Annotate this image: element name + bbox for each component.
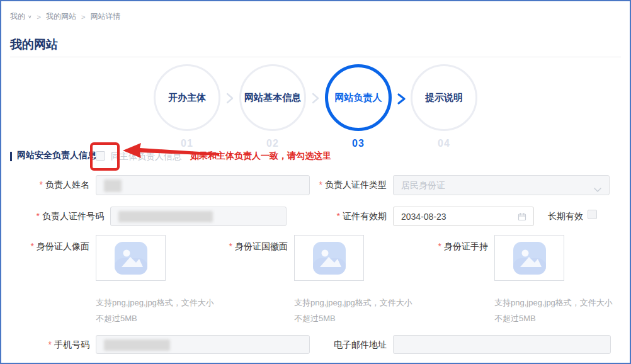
email-input [393, 335, 611, 354]
step-circle: 网站基本信息 [239, 64, 306, 131]
step-label: 开办主体 [168, 93, 206, 103]
section-accent-bar [10, 152, 12, 161]
cert-number-label: *负责人证件号码 [9, 211, 104, 222]
redacted-name-value [104, 179, 122, 192]
required-marker: * [37, 211, 40, 221]
phone-label: *手机号码 [1, 339, 89, 351]
redacted-phone-value [104, 339, 170, 351]
step-arrow-icon-active [392, 93, 411, 105]
page: 我的 ∨ > 我的网站 > 网站详情 我的网站 开办主体 01 网站基本信息 0… [0, 0, 631, 364]
annotation-arrow-icon [122, 142, 220, 159]
breadcrumb-item-website-detail: 网站详情 [90, 11, 120, 22]
id-back-upload[interactable] [294, 235, 364, 281]
required-marker: * [40, 179, 43, 190]
cert-type-value: 居民身份证 [401, 180, 445, 191]
step-circle: 网站负责人 [325, 64, 392, 131]
annotation-highlight-box [90, 142, 120, 171]
step-site-basic-info: 网站基本信息 02 [239, 64, 306, 149]
required-marker: * [48, 339, 52, 350]
email-label: 电子邮件地址 [292, 339, 387, 351]
image-placeholder-icon [114, 241, 148, 275]
breadcrumb: 我的 ∨ > 我的网站 > 网站详情 [10, 11, 120, 22]
expiry-date-input[interactable]: 2034-08-23 [393, 207, 534, 226]
phone-input [96, 335, 310, 354]
title-divider [10, 57, 621, 57]
image-placeholder-icon [513, 241, 547, 275]
expiry-label: *证件有效期 [292, 211, 387, 222]
breadcrumb-separator: > [37, 13, 41, 21]
required-marker: * [229, 241, 232, 251]
expiry-date-value: 2034-08-23 [401, 212, 446, 222]
id-handheld-upload[interactable] [494, 235, 564, 281]
calendar-icon[interactable] [518, 212, 526, 224]
required-marker: * [438, 241, 441, 251]
image-placeholder-icon [312, 241, 346, 275]
step-label: 网站负责人 [335, 93, 382, 103]
chevron-down-icon: ∨ [28, 14, 32, 20]
step-label: 网站基本信息 [244, 93, 301, 103]
page-title: 我的网站 [10, 37, 58, 53]
id-front-upload[interactable] [96, 235, 166, 281]
step-number: 02 [266, 138, 279, 149]
breadcrumb-label: 网站详情 [90, 11, 120, 22]
upload-hint: 支持png,jpeg,jpg格式，文件大小不超过5MB [96, 295, 215, 326]
id-back-label: *身份证国徽面 [193, 241, 288, 253]
section-title: 网站安全负责人信息 [17, 150, 96, 161]
required-marker: * [31, 241, 34, 251]
stepper: 开办主体 01 网站基本信息 02 网站负责人 03 提示说明 [1, 64, 630, 149]
step-site-manager-active: 网站负责人 03 [325, 64, 392, 149]
step-arrow-icon [220, 93, 239, 104]
name-label: *负责人姓名 [1, 179, 89, 191]
breadcrumb-item-my-websites[interactable]: 我的网站 [46, 11, 76, 22]
step-number: 04 [438, 138, 450, 149]
id-handheld-label: *身份证手持 [394, 241, 488, 253]
step-circle: 提示说明 [411, 64, 477, 131]
step-label: 提示说明 [425, 93, 463, 103]
step-open-subject: 开办主体 01 [154, 64, 220, 149]
name-input [96, 175, 310, 195]
upload-hint: 支持png,jpeg,jpg格式，文件大小不超过5MB [294, 295, 414, 326]
step-number: 03 [352, 138, 365, 149]
redacted-cert-number-value [118, 211, 213, 222]
step-circle: 开办主体 [154, 64, 220, 131]
breadcrumb-item-my[interactable]: 我的 ∨ [10, 11, 32, 22]
required-marker: * [337, 211, 340, 221]
breadcrumb-label: 我的网站 [46, 11, 76, 22]
chevron-down-icon [594, 184, 601, 195]
step-arrow-icon [306, 93, 325, 104]
breadcrumb-separator: > [81, 13, 85, 21]
step-tips: 提示说明 04 [411, 64, 477, 149]
long-term-label: 长期有效 [548, 211, 583, 222]
cert-type-select: 居民身份证 [393, 175, 610, 195]
required-marker: * [319, 179, 322, 190]
cert-type-label: *负责人证件类型 [292, 179, 387, 191]
cert-number-input [110, 207, 287, 226]
upload-hint: 支持png,jpeg,jpg格式，文件大小不超过5MB [494, 295, 614, 326]
id-front-label: *身份证人像面 [1, 241, 89, 253]
long-term-checkbox[interactable] [588, 210, 597, 219]
breadcrumb-label: 我的 [10, 11, 25, 22]
